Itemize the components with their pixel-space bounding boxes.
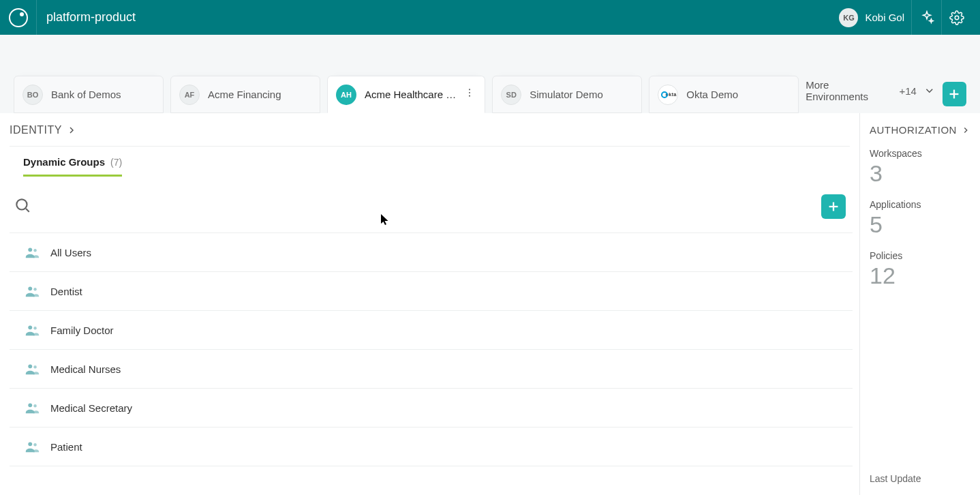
group-icon [25,245,40,260]
env-tab-label: Acme Healthcare … [365,89,456,100]
chevron-right-icon [66,125,77,136]
add-group-button[interactable] [821,194,846,219]
authorization-label: AUTHORIZATION [870,124,957,136]
svg-point-17 [33,365,36,368]
tab-dynamic-groups[interactable]: Dynamic Groups (7) [23,156,122,177]
svg-point-3 [469,95,470,97]
svg-point-20 [28,442,32,446]
user-menu[interactable]: KG Kobi Gol [839,0,912,35]
env-tab-label: Bank of Demos [51,89,155,100]
add-environment-button[interactable] [943,82,966,106]
list-item[interactable]: Medical Secretary [10,389,853,427]
user-name: Kobi Gol [865,12,904,23]
list-item[interactable]: Dentist [10,272,853,311]
svg-point-14 [28,325,32,329]
list-item[interactable]: Medical Nurses [10,350,853,389]
svg-point-12 [28,286,32,290]
plus-icon [826,199,841,214]
user-avatar: KG [839,8,858,27]
svg-point-15 [33,327,36,329]
svg-point-18 [28,403,32,407]
env-badge: BO [22,85,43,105]
env-badge: AH [336,85,356,105]
stat-applications-value: 5 [870,211,970,238]
plus-icon [947,87,962,102]
env-tab-simulator-demo[interactable]: SD Simulator Demo [492,76,642,113]
tab-label: Dynamic Groups [23,156,105,168]
authorization-breadcrumb[interactable]: AUTHORIZATION [870,124,970,136]
settings-button[interactable] [942,0,972,35]
stat-applications-label: Applications [870,199,970,210]
more-environments-label: More Environments [806,79,892,102]
env-tab-acme-financing[interactable]: AF Acme Financing [170,76,320,113]
env-tab-acme-healthcare[interactable]: AH Acme Healthcare … [327,76,485,113]
svg-point-0 [955,16,959,20]
list-item-label: Medical Secretary [50,402,132,414]
sparkle-icon [919,10,934,25]
app-logo[interactable] [0,0,37,35]
chevron-right-icon [961,125,970,136]
authorization-panel: AUTHORIZATION Workspaces 3 Applications … [860,113,980,495]
stat-policies-label: Policies [870,250,970,261]
tab-count: (7) [110,157,122,168]
list-item-label: All Users [50,247,91,258]
svg-point-10 [28,247,32,252]
env-tab-label: Okta Demo [686,89,790,100]
identity-breadcrumb[interactable]: IDENTITY [10,124,850,147]
identity-panel: IDENTITY Dynamic Groups (7) All Users [0,113,860,495]
environment-bar: BO Bank of Demos AF Acme Financing AH Ac… [0,35,980,113]
list-item[interactable]: Patient [10,427,853,466]
svg-point-13 [33,288,36,290]
more-environments-dropdown[interactable]: More Environments +14 [806,79,935,102]
toolbar [10,177,850,232]
svg-point-19 [33,404,36,407]
okta-badge-icon: okta [658,85,678,105]
list-item[interactable]: Family Doctor [10,311,853,350]
stat-workspaces-label: Workspaces [870,148,970,159]
breadcrumb-label: IDENTITY [10,124,62,136]
last-update-label: Last Update [870,473,970,484]
stat-workspaces-value: 3 [870,160,970,187]
app-title: platform-product [37,10,839,25]
svg-point-1 [469,89,470,90]
group-icon [25,322,40,338]
list-item[interactable]: All Users [10,233,853,272]
main-content: IDENTITY Dynamic Groups (7) All Users [0,113,980,495]
more-environments-count: +14 [900,85,917,97]
list-item-label: Patient [50,441,82,453]
list-item-label: Medical Nurses [50,363,121,375]
env-tab-label: Simulator Demo [530,89,633,100]
group-icon [25,439,40,454]
svg-point-2 [469,92,470,93]
search-button[interactable] [14,196,31,217]
env-tab-okta-demo[interactable]: okta Okta Demo [649,76,799,113]
env-tab-menu-button[interactable] [464,87,476,102]
group-icon [25,284,40,299]
tab-row: Dynamic Groups (7) [10,147,850,177]
list-item-label: Family Doctor [50,325,114,336]
svg-point-6 [16,199,27,209]
sparkle-button[interactable] [912,0,942,35]
env-tab-bank-of-demos[interactable]: BO Bank of Demos [14,76,164,113]
logo-icon [9,8,28,27]
search-icon [14,196,31,214]
svg-point-16 [28,364,32,368]
groups-list[interactable]: All Users Dentist Family Doctor Medical … [10,232,853,495]
gear-icon [949,10,964,25]
env-badge: AF [179,85,200,105]
svg-line-7 [26,209,29,212]
env-badge: SD [501,85,521,105]
svg-point-11 [33,249,36,252]
group-icon [25,361,40,376]
kebab-icon [464,87,475,98]
group-icon [25,400,40,415]
svg-point-21 [33,443,36,446]
stat-policies-value: 12 [870,262,970,289]
app-header: platform-product KG Kobi Gol [0,0,980,35]
chevron-down-icon [923,85,936,97]
env-tab-label: Acme Financing [208,89,311,100]
list-item-label: Dentist [50,286,82,297]
